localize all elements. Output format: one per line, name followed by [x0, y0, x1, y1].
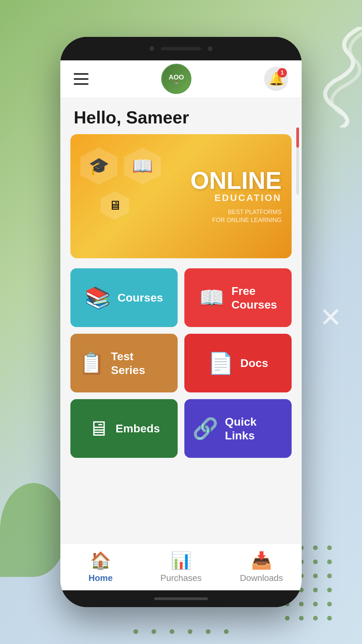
banner-title: ONLINE [190, 168, 282, 193]
docs-button[interactable]: 📄 Docs [184, 334, 292, 392]
camera-dot [149, 46, 154, 51]
greeting-text: Hello, Sameer [74, 107, 288, 127]
spacer [60, 458, 302, 543]
home-icon: 🏠 [90, 551, 111, 570]
nav-downloads[interactable]: 📥 Downloads [221, 551, 302, 583]
feature-grid: 📚 Courses 📖 FreeCourses 📋 Test Series 📄 … [60, 268, 302, 458]
quick-links-label: Quick Links [225, 415, 284, 442]
banner-icons: 🎓 📖 🖥 [80, 144, 168, 248]
scroll-indicator [296, 127, 299, 195]
nav-home-label: Home [88, 573, 113, 583]
app-logo[interactable]: AOO 📚 [161, 64, 191, 94]
monitor-icon: 🖥 [101, 191, 129, 220]
test-series-label: Test Series [111, 350, 170, 377]
menu-button[interactable] [74, 73, 88, 85]
banner-subtitle: EDUCATION [190, 193, 282, 203]
camera-dot-2 [208, 46, 213, 51]
graduation-cap-icon: 🎓 [80, 148, 117, 184]
courses-icon: 📚 [85, 286, 111, 310]
greeting-section: Hello, Sameer [60, 97, 302, 134]
quick-links-button[interactable]: 🔗 Quick Links [184, 399, 292, 458]
nav-purchases[interactable]: 📊 Purchases [141, 551, 221, 583]
docs-icon: 📄 [208, 351, 234, 375]
purchases-icon: 📊 [171, 551, 191, 570]
bottom-dots [133, 629, 229, 634]
test-series-icon: 📋 [78, 351, 104, 375]
courses-label: Courses [117, 291, 163, 305]
notification-button[interactable]: 🔔 1 [264, 67, 288, 91]
test-series-button[interactable]: 📋 Test Series [70, 334, 178, 392]
bottom-navigation: 🏠 Home 📊 Purchases 📥 Downloads [60, 543, 302, 590]
promotional-banner[interactable]: 🎓 📖 🖥 ONLINE EDUCATION BEST PLATFORMSFOR… [70, 134, 292, 258]
quick-links-icon: 🔗 [192, 417, 218, 441]
downloads-icon: 📥 [251, 551, 272, 570]
speaker [161, 47, 201, 50]
menu-line-3 [74, 83, 88, 85]
banner-text-area: ONLINE EDUCATION BEST PLATFORMSFOR ONLIN… [190, 168, 282, 224]
embeds-icon: 🖥 [88, 417, 109, 440]
content-area: Hello, Sameer 🎓 📖 🖥 ONLINE EDUCATION [60, 97, 302, 590]
embeds-label: Embeds [116, 422, 160, 435]
x-decoration: ✕ [319, 302, 342, 333]
menu-line-1 [74, 73, 88, 75]
home-indicator [154, 597, 208, 600]
nav-home[interactable]: 🏠 Home [60, 551, 141, 583]
docs-label: Docs [240, 356, 268, 370]
menu-line-2 [74, 78, 88, 80]
courses-button[interactable]: 📚 Courses [70, 268, 178, 327]
phone-frame: AOO 📚 🔔 1 Hello, Sameer [60, 37, 302, 607]
embeds-button[interactable]: 🖥 Embeds [70, 399, 178, 458]
phone-top-bezel [60, 37, 302, 60]
phone-screen: AOO 📚 🔔 1 Hello, Sameer [60, 60, 302, 590]
notification-badge: 1 [278, 68, 287, 77]
book-icon: 📖 [124, 148, 161, 184]
nav-purchases-label: Purchases [161, 573, 202, 583]
header: AOO 📚 🔔 1 [60, 60, 302, 97]
phone-bottom-bezel [60, 590, 302, 607]
free-courses-button[interactable]: 📖 FreeCourses [184, 268, 292, 327]
banner-tagline: BEST PLATFORMSFOR ONLINE LEARNING [190, 208, 282, 224]
free-courses-icon: 📖 [199, 286, 225, 310]
nav-downloads-label: Downloads [240, 573, 283, 583]
free-courses-label: FreeCourses [231, 284, 277, 312]
